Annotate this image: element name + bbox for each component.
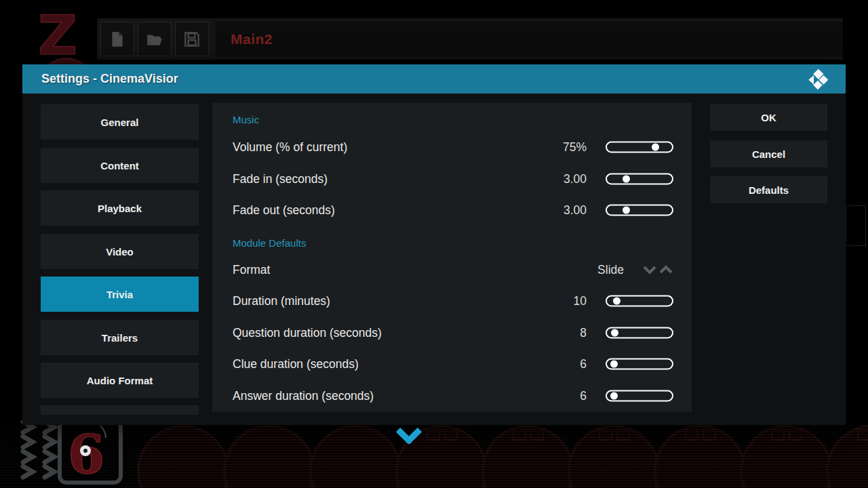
sequence-name: Main2 (231, 31, 273, 47)
ok-button[interactable]: OK (710, 104, 827, 131)
settings-dialog: Settings - CinemaVisior General Content … (22, 64, 846, 425)
slider-knob[interactable] (610, 361, 618, 368)
save-button[interactable] (175, 22, 209, 56)
setting-value: 8 (580, 326, 587, 340)
setting-row-clue-duration[interactable]: Clue duration (seconds) 6 (233, 350, 673, 378)
sidebar-item-trivia[interactable]: Trivia (41, 277, 199, 312)
sidebar-item-clipped[interactable] (41, 405, 199, 415)
sidebar-item-trailers[interactable]: Trailers (41, 320, 199, 355)
sidebar-item-general[interactable]: General (41, 104, 199, 140)
sidebar-item-video[interactable]: Video (41, 234, 199, 269)
slider-knob[interactable] (652, 144, 659, 151)
defaults-button[interactable]: Defaults (710, 176, 827, 203)
open-folder-icon (146, 30, 163, 48)
logo-letter: Z (38, 5, 77, 67)
slider-knob[interactable] (610, 392, 618, 400)
setting-value: Slide (597, 263, 624, 277)
sidebar-item-content[interactable]: Content (41, 148, 199, 183)
background-frame (846, 205, 866, 246)
fade-in-slider[interactable] (606, 174, 673, 185)
open-file-button[interactable] (138, 22, 172, 56)
question-duration-slider[interactable] (606, 327, 673, 339)
section-header-music: Music (233, 114, 259, 130)
clue-duration-slider[interactable] (606, 359, 673, 370)
setting-value: 3.00 (564, 203, 587, 218)
spinner-down-icon[interactable] (642, 264, 657, 275)
setting-row-fade-in[interactable]: Fade in (seconds) 3.00 (233, 165, 673, 192)
fade-out-slider[interactable] (606, 205, 673, 216)
dialog-title: Settings - CinemaVisior (41, 72, 178, 86)
settings-panel: Music Volume (% of current) 75% Fade in … (212, 103, 692, 412)
dialog-titlebar: Settings - CinemaVisior (22, 64, 846, 94)
sidebar-item-audio-format[interactable]: Audio Format (41, 363, 199, 398)
cinemavision-logo: Z (33, 5, 100, 68)
setting-row-volume[interactable]: Volume (% of current) 75% (233, 134, 673, 161)
editor-toolbar: Main2 (97, 18, 843, 60)
sidebar-item-playback[interactable]: Playback (41, 190, 199, 226)
setting-value: 75% (563, 140, 587, 155)
setting-row-answer-duration[interactable]: Answer duration (seconds) 6 (233, 382, 673, 409)
setting-value: 6 (580, 357, 587, 371)
film-countdown-strip (0, 425, 868, 488)
filmstrip-graphic: 6 (15, 420, 123, 488)
save-icon (183, 30, 201, 48)
setting-row-duration[interactable]: Duration (minutes) 10 (233, 287, 673, 314)
setting-value: 3.00 (564, 172, 587, 186)
kodi-logo-icon (806, 68, 829, 91)
setting-value: 6 (580, 389, 587, 403)
slider-knob[interactable] (623, 207, 630, 214)
slider-knob[interactable] (623, 176, 630, 183)
setting-row-question-duration[interactable]: Question duration (seconds) 8 (233, 319, 673, 346)
spinner-up-icon[interactable] (658, 264, 673, 275)
answer-duration-slider[interactable] (606, 390, 673, 402)
slider-knob[interactable] (611, 329, 618, 337)
setting-value: 10 (574, 294, 587, 308)
cancel-button[interactable]: Cancel (710, 140, 827, 167)
duration-slider[interactable] (606, 296, 673, 307)
setting-row-fade-out[interactable]: Fade out (seconds) 3.00 (233, 197, 673, 224)
setting-row-format[interactable]: Format Slide (233, 256, 673, 283)
slider-knob[interactable] (613, 298, 620, 305)
screen: Z Main2 (0, 0, 868, 488)
section-header-module-defaults: Module Defaults (233, 237, 306, 253)
new-file-button[interactable] (100, 22, 134, 56)
new-file-icon (108, 30, 126, 48)
scroll-down-icon[interactable] (395, 428, 422, 444)
volume-slider[interactable] (606, 142, 673, 153)
sequence-name-field[interactable]: Main2 (216, 22, 843, 56)
